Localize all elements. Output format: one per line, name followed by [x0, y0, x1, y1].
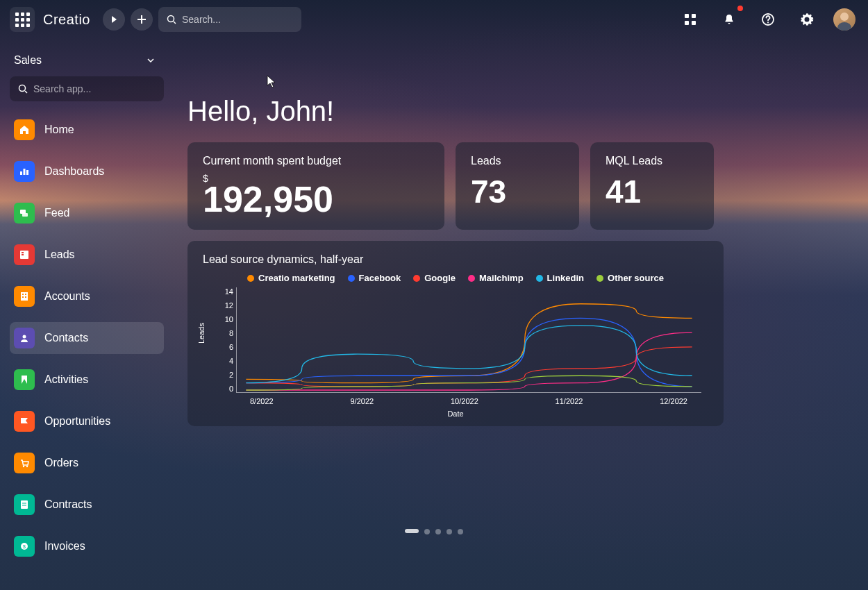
series-line: [246, 347, 692, 387]
activities-icon: [14, 369, 35, 390]
legend-dot: [596, 275, 603, 282]
svg-point-24: [23, 466, 24, 467]
sidebar-item-home[interactable]: Home: [10, 114, 164, 146]
opportunities-icon: [14, 411, 35, 432]
accounts-icon: [14, 286, 35, 307]
kpi-budget-card[interactable]: Current month spent budget $ 192,950: [187, 142, 444, 230]
legend-dot: [348, 275, 355, 282]
y-tick: 2: [229, 371, 233, 379]
svg-rect-4: [685, 21, 689, 25]
legend-dot: [468, 275, 475, 282]
svg-rect-5: [692, 21, 696, 25]
kpi-title: MQL Leads: [606, 155, 699, 167]
legend-item[interactable]: Linkedin: [536, 273, 584, 283]
y-axis-label: Leads: [197, 323, 206, 344]
svg-rect-21: [22, 296, 24, 298]
chart-plot: [236, 287, 701, 393]
svg-point-23: [23, 335, 26, 339]
svg-rect-10: [20, 171, 22, 175]
sidebar-item-accounts[interactable]: Accounts: [10, 280, 164, 312]
invoices-icon: $: [14, 536, 35, 557]
sidebar-item-contracts[interactable]: Contracts: [10, 489, 164, 521]
y-tick: 10: [225, 315, 233, 323]
pager[interactable]: [405, 529, 463, 534]
legend-item[interactable]: Google: [413, 273, 456, 283]
svg-rect-19: [22, 294, 24, 295]
apps-button[interactable]: [678, 7, 703, 32]
app-launcher-button[interactable]: [10, 7, 35, 32]
kpi-row: Current month spent budget $ 192,950 Lea…: [187, 142, 840, 230]
topbar: Creatio: [0, 0, 868, 39]
play-button[interactable]: [103, 8, 125, 31]
pager-dot[interactable]: [405, 529, 419, 533]
sidebar-search[interactable]: [10, 76, 164, 101]
chevron-down-icon: [147, 58, 154, 62]
svg-rect-17: [22, 254, 24, 255]
sidebar-item-invoices[interactable]: $Invoices: [10, 530, 164, 562]
y-tick: 8: [229, 329, 233, 337]
series-line: [246, 326, 692, 383]
sidebar-item-contacts[interactable]: Contacts: [10, 322, 164, 354]
kpi-mql-card[interactable]: MQL Leads 41: [590, 142, 714, 230]
sidebar-item-orders[interactable]: Orders: [10, 447, 164, 479]
svg-rect-20: [25, 294, 26, 295]
sidebar-item-label: Contacts: [44, 332, 88, 344]
sidebar-item-label: Feed: [44, 207, 69, 219]
kpi-leads-card[interactable]: Leads 73: [456, 142, 579, 230]
module-selector[interactable]: Sales: [14, 54, 160, 67]
chart-frame: Leads 14121086420 8/20229/202210/202211/…: [203, 287, 708, 412]
legend-label: Linkedin: [547, 273, 584, 283]
sidebar-item-label: Activities: [44, 373, 88, 386]
sidebar-item-label: Contracts: [44, 498, 92, 511]
global-search[interactable]: [158, 7, 301, 32]
svg-point-0: [167, 16, 174, 22]
user-avatar[interactable]: [833, 8, 856, 31]
svg-point-25: [26, 466, 28, 467]
gear-icon: [800, 12, 814, 26]
search-icon: [18, 84, 28, 94]
notification-badge: [737, 6, 743, 11]
pager-dot[interactable]: [446, 529, 452, 534]
y-tick: 4: [229, 357, 233, 365]
chart-title: Lead source dynamics, half-year: [203, 253, 708, 266]
legend-item[interactable]: Mailchimp: [468, 273, 524, 283]
pager-dot[interactable]: [458, 529, 463, 534]
y-tick: 12: [225, 301, 233, 310]
svg-rect-16: [22, 252, 24, 253]
y-tick: 6: [229, 343, 233, 351]
kpi-value: 192,950: [203, 181, 429, 217]
pager-dot[interactable]: [424, 529, 430, 534]
legend-label: Other source: [608, 273, 664, 283]
notifications-button[interactable]: [717, 7, 742, 32]
sidebar: Sales HomeDashboardsFeedLeadsAccountsCon…: [0, 39, 174, 590]
svg-rect-15: [20, 251, 28, 259]
help-button[interactable]: [756, 7, 781, 32]
kpi-value: 41: [606, 173, 699, 211]
sidebar-item-leads[interactable]: Leads: [10, 239, 164, 271]
add-button[interactable]: [131, 8, 153, 31]
legend-item[interactable]: Other source: [596, 273, 664, 283]
legend-label: Facebook: [359, 273, 401, 283]
svg-rect-2: [685, 14, 689, 18]
sidebar-item-label: Dashboards: [44, 165, 104, 178]
play-icon: [110, 15, 118, 24]
sidebar-item-dashboards[interactable]: Dashboards: [10, 155, 164, 187]
pager-dot[interactable]: [435, 529, 441, 534]
dashboards-icon: [14, 161, 35, 182]
global-search-input[interactable]: [182, 14, 293, 25]
sidebar-item-feed[interactable]: Feed: [10, 197, 164, 229]
chart-card: Lead source dynamics, half-year Creatio …: [187, 241, 724, 426]
chart-legend: Creatio marketingFacebookGoogleMailchimp…: [203, 273, 708, 283]
y-axis: 14121086420: [219, 287, 233, 393]
legend-item[interactable]: Creatio marketing: [247, 273, 335, 283]
svg-point-7: [767, 22, 769, 24]
series-line: [246, 376, 692, 390]
x-tick: 8/2022: [250, 397, 274, 405]
x-tick: 11/2022: [556, 397, 583, 405]
help-icon: [761, 12, 775, 26]
sidebar-item-activities[interactable]: Activities: [10, 364, 164, 396]
sidebar-search-input[interactable]: [33, 83, 156, 94]
sidebar-item-opportunities[interactable]: Opportunities: [10, 405, 164, 437]
legend-item[interactable]: Facebook: [348, 273, 401, 283]
settings-button[interactable]: [794, 7, 819, 32]
